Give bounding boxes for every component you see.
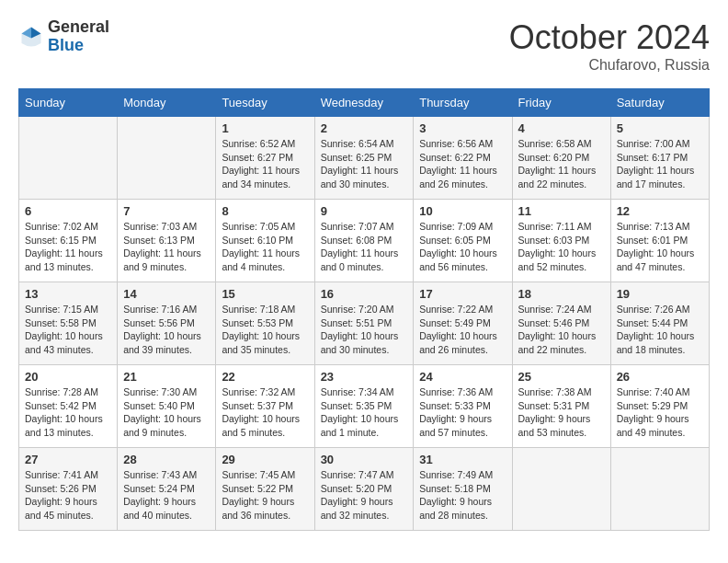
day-info: Sunrise: 7:22 AM Sunset: 5:49 PM Dayligh… <box>419 303 506 357</box>
day-number: 11 <box>518 204 605 218</box>
calendar-cell: 24Sunrise: 7:36 AM Sunset: 5:33 PM Dayli… <box>414 365 512 448</box>
day-info: Sunrise: 7:20 AM Sunset: 5:51 PM Dayligh… <box>321 303 408 357</box>
weekday-header: Monday <box>118 89 216 117</box>
calendar-cell: 1Sunrise: 6:52 AM Sunset: 6:27 PM Daylig… <box>216 117 314 200</box>
calendar-cell: 17Sunrise: 7:22 AM Sunset: 5:49 PM Dayli… <box>414 282 512 365</box>
calendar-cell: 22Sunrise: 7:32 AM Sunset: 5:37 PM Dayli… <box>216 365 314 448</box>
day-number: 14 <box>123 287 210 301</box>
day-info: Sunrise: 7:07 AM Sunset: 6:08 PM Dayligh… <box>321 220 408 274</box>
calendar-week-row: 6Sunrise: 7:02 AM Sunset: 6:15 PM Daylig… <box>19 200 710 282</box>
day-info: Sunrise: 7:30 AM Sunset: 5:40 PM Dayligh… <box>123 385 210 440</box>
calendar-cell <box>118 117 216 200</box>
day-info: Sunrise: 7:43 AM Sunset: 5:24 PM Dayligh… <box>123 468 210 523</box>
calendar-cell: 26Sunrise: 7:40 AM Sunset: 5:29 PM Dayli… <box>610 365 709 448</box>
day-number: 18 <box>518 287 605 301</box>
weekday-header-row: SundayMondayTuesdayWednesdayThursdayFrid… <box>19 89 710 117</box>
calendar-week-row: 1Sunrise: 6:52 AM Sunset: 6:27 PM Daylig… <box>19 117 710 200</box>
day-number: 24 <box>419 370 506 384</box>
day-number: 25 <box>518 370 605 384</box>
day-info: Sunrise: 7:11 AM Sunset: 6:03 PM Dayligh… <box>518 220 605 274</box>
weekday-header: Wednesday <box>314 89 414 117</box>
logo-icon <box>18 24 44 50</box>
day-number: 26 <box>617 370 703 384</box>
day-info: Sunrise: 6:54 AM Sunset: 6:25 PM Dayligh… <box>321 137 408 191</box>
calendar-cell: 19Sunrise: 7:26 AM Sunset: 5:44 PM Dayli… <box>610 282 709 365</box>
day-info: Sunrise: 6:58 AM Sunset: 6:20 PM Dayligh… <box>518 137 605 191</box>
day-number: 9 <box>321 204 408 218</box>
calendar-cell: 20Sunrise: 7:28 AM Sunset: 5:42 PM Dayli… <box>19 365 118 448</box>
weekday-header: Sunday <box>19 89 118 117</box>
month-title: October 2024 <box>509 18 710 57</box>
calendar-cell: 4Sunrise: 6:58 AM Sunset: 6:20 PM Daylig… <box>512 117 610 200</box>
day-info: Sunrise: 7:09 AM Sunset: 6:05 PM Dayligh… <box>419 220 506 274</box>
calendar-cell: 6Sunrise: 7:02 AM Sunset: 6:15 PM Daylig… <box>19 200 118 282</box>
day-number: 31 <box>419 453 506 466</box>
day-number: 17 <box>419 287 506 301</box>
page-header: General Blue October 2024 Chufarovo, Rus… <box>18 18 710 74</box>
day-info: Sunrise: 7:36 AM Sunset: 5:33 PM Dayligh… <box>419 385 506 440</box>
calendar-cell: 28Sunrise: 7:43 AM Sunset: 5:24 PM Dayli… <box>118 448 216 531</box>
day-info: Sunrise: 7:24 AM Sunset: 5:46 PM Dayligh… <box>518 303 605 357</box>
calendar-cell: 10Sunrise: 7:09 AM Sunset: 6:05 PM Dayli… <box>414 200 512 282</box>
calendar-cell: 11Sunrise: 7:11 AM Sunset: 6:03 PM Dayli… <box>512 200 610 282</box>
day-info: Sunrise: 7:03 AM Sunset: 6:13 PM Dayligh… <box>123 220 210 274</box>
weekday-header: Tuesday <box>216 89 314 117</box>
weekday-header: Saturday <box>610 89 709 117</box>
calendar-cell: 15Sunrise: 7:18 AM Sunset: 5:53 PM Dayli… <box>216 282 314 365</box>
day-info: Sunrise: 7:00 AM Sunset: 6:17 PM Dayligh… <box>617 137 703 191</box>
day-number: 28 <box>123 453 210 466</box>
day-info: Sunrise: 7:32 AM Sunset: 5:37 PM Dayligh… <box>222 385 308 440</box>
calendar-cell: 21Sunrise: 7:30 AM Sunset: 5:40 PM Dayli… <box>118 365 216 448</box>
day-info: Sunrise: 6:56 AM Sunset: 6:22 PM Dayligh… <box>419 137 506 191</box>
calendar-cell: 12Sunrise: 7:13 AM Sunset: 6:01 PM Dayli… <box>610 200 709 282</box>
calendar-cell: 3Sunrise: 6:56 AM Sunset: 6:22 PM Daylig… <box>414 117 512 200</box>
day-info: Sunrise: 7:28 AM Sunset: 5:42 PM Dayligh… <box>25 385 111 440</box>
day-number: 23 <box>321 370 408 384</box>
calendar-cell: 13Sunrise: 7:15 AM Sunset: 5:58 PM Dayli… <box>19 282 118 365</box>
calendar-cell <box>512 448 610 531</box>
weekday-header: Friday <box>512 89 610 117</box>
calendar-cell: 8Sunrise: 7:05 AM Sunset: 6:10 PM Daylig… <box>216 200 314 282</box>
day-number: 20 <box>25 370 111 384</box>
location: Chufarovo, Russia <box>509 57 710 74</box>
calendar-week-row: 13Sunrise: 7:15 AM Sunset: 5:58 PM Dayli… <box>19 282 710 365</box>
day-info: Sunrise: 7:02 AM Sunset: 6:15 PM Dayligh… <box>25 220 111 274</box>
day-number: 30 <box>321 453 408 466</box>
calendar-table: SundayMondayTuesdayWednesdayThursdayFrid… <box>18 88 710 531</box>
calendar-cell: 16Sunrise: 7:20 AM Sunset: 5:51 PM Dayli… <box>314 282 414 365</box>
calendar-cell: 27Sunrise: 7:41 AM Sunset: 5:26 PM Dayli… <box>19 448 118 531</box>
calendar-cell: 9Sunrise: 7:07 AM Sunset: 6:08 PM Daylig… <box>314 200 414 282</box>
day-info: Sunrise: 7:49 AM Sunset: 5:18 PM Dayligh… <box>419 468 506 523</box>
day-info: Sunrise: 7:26 AM Sunset: 5:44 PM Dayligh… <box>617 303 703 357</box>
day-number: 13 <box>25 287 111 301</box>
day-info: Sunrise: 7:47 AM Sunset: 5:20 PM Dayligh… <box>321 468 408 523</box>
calendar-cell: 30Sunrise: 7:47 AM Sunset: 5:20 PM Dayli… <box>314 448 414 531</box>
day-number: 8 <box>222 204 308 218</box>
day-info: Sunrise: 6:52 AM Sunset: 6:27 PM Dayligh… <box>222 137 308 191</box>
day-number: 29 <box>222 453 308 466</box>
calendar-cell: 7Sunrise: 7:03 AM Sunset: 6:13 PM Daylig… <box>118 200 216 282</box>
day-number: 19 <box>617 287 703 301</box>
calendar-cell: 18Sunrise: 7:24 AM Sunset: 5:46 PM Dayli… <box>512 282 610 365</box>
day-number: 4 <box>518 121 605 135</box>
calendar-cell: 29Sunrise: 7:45 AM Sunset: 5:22 PM Dayli… <box>216 448 314 531</box>
day-number: 3 <box>419 121 506 135</box>
title-section: October 2024 Chufarovo, Russia <box>509 18 710 74</box>
calendar-cell <box>610 448 709 531</box>
day-number: 15 <box>222 287 308 301</box>
day-info: Sunrise: 7:18 AM Sunset: 5:53 PM Dayligh… <box>222 303 308 357</box>
day-number: 21 <box>123 370 210 384</box>
weekday-header: Thursday <box>414 89 512 117</box>
calendar-cell: 14Sunrise: 7:16 AM Sunset: 5:56 PM Dayli… <box>118 282 216 365</box>
day-info: Sunrise: 7:41 AM Sunset: 5:26 PM Dayligh… <box>25 468 111 523</box>
day-info: Sunrise: 7:05 AM Sunset: 6:10 PM Dayligh… <box>222 220 308 274</box>
calendar-cell: 25Sunrise: 7:38 AM Sunset: 5:31 PM Dayli… <box>512 365 610 448</box>
day-info: Sunrise: 7:45 AM Sunset: 5:22 PM Dayligh… <box>222 468 308 523</box>
day-number: 1 <box>222 121 308 135</box>
day-number: 12 <box>617 204 703 218</box>
day-number: 2 <box>321 121 408 135</box>
logo: General Blue <box>18 18 109 55</box>
day-number: 27 <box>25 453 111 466</box>
logo-text: General Blue <box>48 18 109 55</box>
calendar-cell <box>19 117 118 200</box>
